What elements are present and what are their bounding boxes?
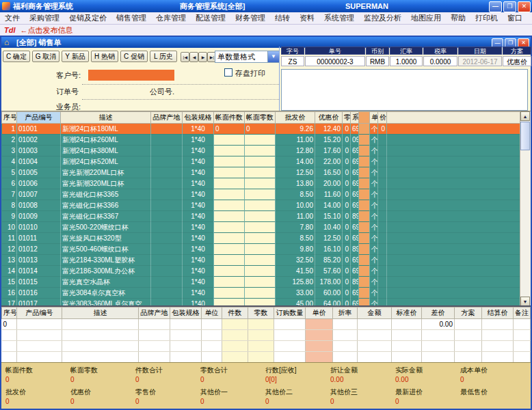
table-row[interactable]: 1501015富光真空水晶杯1*40125.80178.00089个	[2, 277, 520, 288]
column-header: 品牌产地	[139, 308, 170, 319]
table-row[interactable]	[2, 330, 531, 341]
table-row[interactable]: 601006富光新潮320ML口杯1*4013.8020.00069个	[2, 178, 520, 189]
table-row[interactable]: 00.00	[2, 319, 531, 330]
menu-item[interactable]: 窗口	[503, 12, 527, 24]
menubar: 文件采购管理促销及定价销售管理仓库管理配送管理财务管理结转资料系统管理监控及分析…	[0, 12, 532, 25]
toolbar-button[interactable]: H 热销	[91, 51, 118, 62]
menu-item[interactable]: 促销及定价	[64, 12, 111, 24]
table-cell: 60.00	[315, 288, 343, 299]
toolbar-button[interactable]: Y 新品	[62, 51, 89, 62]
table-cell: 01001	[17, 124, 61, 135]
table-cell	[62, 352, 139, 363]
table-cell	[422, 330, 455, 341]
order-info-value: 0.0000	[423, 56, 457, 66]
menu-item[interactable]: 地图应用	[406, 12, 446, 24]
column-header: 单位	[370, 112, 378, 124]
table-row[interactable]: 501005富光新潮220ML口杯1*4012.5016.50069个	[2, 167, 520, 178]
menu-item[interactable]: 打印机	[470, 12, 503, 24]
quantity-format-dropdown[interactable]: 单数量格式 ▼	[215, 51, 280, 63]
scroll-up-icon[interactable]: ▲	[520, 111, 530, 121]
table-row[interactable]: 101001新潮24口杯180ML1*40009.2612.40069个0	[2, 124, 520, 135]
summary-value: 0	[135, 397, 200, 407]
toolbar-button[interactable]: G 取消	[32, 51, 59, 62]
table-row[interactable]: 201002新潮24口杯260ML1*4011.0015.20009个	[2, 135, 520, 146]
table-row[interactable]: 1001010富光500-220螺纹口杯1*407.8010.40069个	[2, 222, 520, 233]
menu-item[interactable]: 文件	[0, 12, 25, 24]
scroll-down-icon[interactable]: ▼	[520, 297, 530, 306]
summary-label: 件数合计	[135, 365, 200, 375]
table-row[interactable]: 301003新潮24口杯380ML1*4012.8017.60069个	[2, 146, 520, 156]
table-cell	[387, 178, 520, 189]
table-cell: 12.50	[315, 233, 343, 244]
table-cell: 01012	[17, 244, 61, 255]
menu-item[interactable]: 监控及分析	[359, 12, 406, 24]
summary-label: 其他价一	[200, 387, 265, 397]
table-cell	[151, 222, 183, 233]
table-cell: 0	[343, 124, 351, 135]
memo-box[interactable]	[281, 69, 528, 111]
table-cell: 16	[2, 288, 17, 299]
table-row[interactable]: 1401014富光2186-300ML办公杯1*4041.5057.60069个	[2, 266, 520, 277]
table-cell	[359, 211, 370, 222]
menu-item[interactable]: 配送管理	[191, 12, 230, 24]
table-row[interactable]: 401004新潮24口杯520ML1*4014.0022.00069个	[2, 156, 520, 167]
chevron-down-icon[interactable]: ▼	[267, 51, 279, 62]
record-nav-button[interactable]: ◀	[189, 52, 198, 62]
table-cell	[151, 200, 183, 211]
toolbar-button[interactable]: C 确定	[3, 51, 30, 62]
table-cell	[359, 200, 370, 211]
menu-item[interactable]: 系统管理	[319, 12, 359, 24]
table-cell	[245, 135, 276, 146]
notice-link[interactable]: ←点击发布信息	[21, 26, 73, 34]
table-cell: 富光500-220螺纹口杯	[61, 222, 151, 233]
menu-item[interactable]: 销售管理	[111, 12, 151, 24]
checkbox-icon[interactable]	[224, 68, 232, 77]
menu-item[interactable]: 财务管理	[230, 12, 270, 24]
table-cell	[387, 211, 520, 222]
table-cell: 89	[351, 211, 359, 222]
table-row[interactable]: 801008富光磁化口杯33661*4010.0014.00069个	[2, 200, 520, 211]
toolbar-button[interactable]: L 历史	[150, 51, 177, 62]
close-icon[interactable]: ✕	[518, 1, 531, 12]
table-row[interactable]: 1101011富光旋风口杯320型1*408.5012.50069个	[2, 233, 520, 244]
menu-item[interactable]: 采购管理	[25, 12, 64, 24]
menu-item[interactable]: 资料	[295, 12, 319, 24]
table-cell	[214, 189, 245, 200]
table-row[interactable]: 901009富光磁化口杯33671*4011.0015.10089个	[2, 211, 520, 222]
table-row[interactable]: 1201012富光500-460螺纹口杯1*409.8016.10089个	[2, 244, 520, 255]
table-cell	[248, 352, 274, 363]
table-row[interactable]: 1601016富光3084卓尔真空杯1*4033.0060.00069个	[2, 288, 520, 299]
table-cell	[387, 200, 520, 211]
summary-item: 其他价二0	[265, 387, 330, 407]
table-cell	[151, 189, 183, 200]
divider	[82, 84, 279, 85]
menu-item[interactable]: 结转	[270, 12, 295, 24]
menu-item[interactable]: 仓库管理	[151, 12, 191, 24]
vertical-scrollbar[interactable]: ▲ ▼	[520, 111, 531, 306]
summary-value: 0	[200, 397, 265, 407]
save-print-label: 存盘打印	[235, 69, 265, 77]
summary-label: 折让金额	[330, 365, 395, 375]
table-cell: 09	[351, 135, 359, 146]
summary-value: 0	[395, 397, 460, 407]
minimize-icon[interactable]: —	[489, 1, 502, 12]
menu-item[interactable]: 帮助	[446, 12, 470, 24]
record-nav-button[interactable]: ▶	[198, 52, 207, 62]
customer-input[interactable]	[88, 70, 174, 81]
table-row[interactable]: 1301013富光2184-330ML塑胶杯1*4032.5085.20069个	[2, 255, 520, 266]
table-row[interactable]	[2, 341, 531, 352]
table-cell: 1*40	[183, 233, 214, 244]
summary-label: 行数[应收]	[265, 365, 330, 375]
table-cell: 69	[351, 255, 359, 266]
toolbar-button[interactable]: C 促销	[120, 51, 148, 62]
save-print-checkbox[interactable]: 存盘打印	[224, 68, 265, 79]
scrollbar-thumb[interactable]	[520, 122, 530, 150]
table-row[interactable]	[2, 352, 531, 363]
table-cell: 7	[2, 189, 17, 200]
table-cell	[151, 233, 183, 244]
table-cell: 01008	[17, 200, 61, 211]
table-cell: 1*40	[183, 288, 214, 299]
maximize-icon[interactable]: ❐	[503, 1, 516, 12]
record-nav-button[interactable]: |◀	[181, 52, 189, 62]
table-row[interactable]: 701007富光磁化口杯33651*408.5011.60069个	[2, 189, 520, 200]
